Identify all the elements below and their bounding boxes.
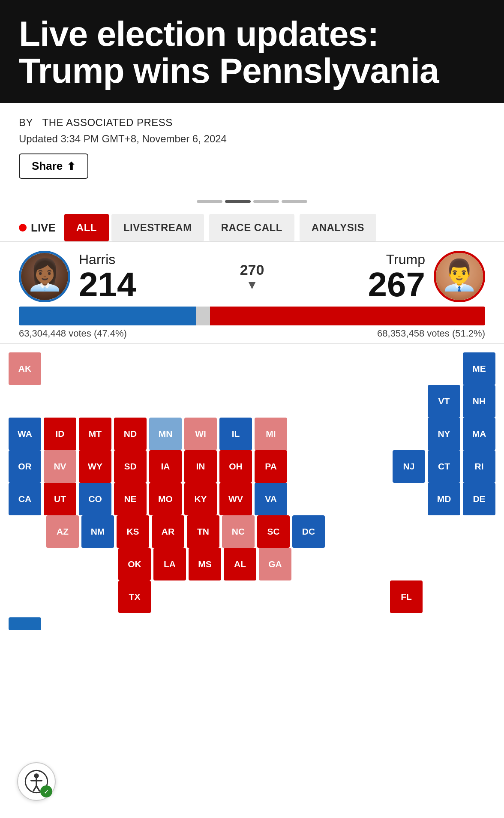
live-dot — [19, 224, 27, 232]
state-row-0: AK ME — [9, 352, 495, 385]
state-map-section: AK ME VT NH WA ID MT ND MN WI IL MI NY M… — [0, 344, 504, 639]
state-il[interactable]: IL — [219, 418, 252, 450]
scroll-indicator — [0, 196, 504, 205]
tab-livestream[interactable]: LIVESTREAM — [111, 214, 204, 241]
harris-photo — [19, 251, 70, 302]
trump-avatar — [436, 253, 483, 300]
svg-point-1 — [34, 773, 39, 778]
state-row-7: TX FL — [9, 580, 495, 613]
state-mo[interactable]: MO — [149, 483, 182, 515]
scroll-dot-2 — [225, 200, 251, 203]
state-wv[interactable]: WV — [219, 483, 252, 515]
state-ok[interactable]: OK — [118, 548, 151, 580]
state-ar[interactable]: AR — [152, 515, 184, 548]
state-al[interactable]: AL — [224, 548, 256, 580]
state-row-3: OR NV WY SD IA IN OH PA NJ CT RI — [9, 450, 495, 483]
state-row-1: VT NH — [9, 385, 495, 418]
byline: BY THE ASSOCIATED PRESS — [19, 117, 485, 129]
state-ky[interactable]: KY — [184, 483, 217, 515]
state-ne[interactable]: NE — [114, 483, 147, 515]
accessibility-check: ✓ — [40, 785, 52, 797]
state-nv[interactable]: NV — [44, 450, 76, 483]
share-button[interactable]: Share ⬆ — [19, 153, 88, 179]
state-me[interactable]: ME — [463, 352, 495, 385]
header-section: Live election updates: Trump wins Pennsl… — [0, 0, 504, 196]
state-tn[interactable]: TN — [187, 515, 219, 548]
state-nj[interactable]: NJ — [393, 450, 425, 483]
state-vt[interactable]: VT — [428, 385, 460, 418]
state-ct[interactable]: CT — [428, 450, 460, 483]
harris-candidate: Harris 214 — [19, 251, 136, 302]
scroll-dot-4 — [282, 200, 307, 203]
harris-stats: Harris 214 — [79, 252, 136, 302]
scroll-dot-1 — [197, 200, 222, 203]
harris-ev: 214 — [79, 268, 136, 302]
trump-stats: Trump 267 — [368, 252, 425, 302]
state-row-5: AZ NM KS AR TN NC SC DC — [9, 515, 495, 548]
page-title: Live election updates: Trump wins Pennsl… — [19, 15, 485, 89]
state-oh[interactable]: OH — [219, 450, 252, 483]
state-sd[interactable]: SD — [114, 450, 147, 483]
state-ga[interactable]: GA — [259, 548, 291, 580]
tab-analysis[interactable]: ANALYSIS — [300, 214, 376, 241]
state-la[interactable]: LA — [153, 548, 186, 580]
state-mi[interactable]: MI — [255, 418, 287, 450]
state-fl[interactable]: FL — [390, 580, 423, 613]
state-row-6: OK LA MS AL GA — [9, 548, 495, 580]
state-de[interactable]: DE — [463, 483, 495, 515]
state-nm[interactable]: NM — [81, 515, 114, 548]
scroll-dot-3 — [253, 200, 279, 203]
updated-time: Updated 3:34 PM GMT+8, November 6, 2024 — [19, 133, 485, 145]
trump-progress — [210, 307, 485, 325]
state-ia[interactable]: IA — [149, 450, 182, 483]
state-wy[interactable]: WY — [79, 450, 111, 483]
electoral-progress-bar — [19, 307, 485, 325]
state-wa[interactable]: WA — [9, 418, 41, 450]
tab-race-call[interactable]: RACE CALL — [209, 214, 294, 241]
live-label: LIVE — [31, 221, 56, 235]
state-pa[interactable]: PA — [255, 450, 287, 483]
state-ks[interactable]: KS — [117, 515, 149, 548]
svg-line-4 — [33, 786, 36, 791]
state-tx[interactable]: TX — [118, 580, 151, 613]
state-co[interactable]: CO — [79, 483, 111, 515]
trump-photo — [434, 251, 485, 302]
state-in[interactable]: IN — [184, 450, 217, 483]
trump-votes: 68,353,458 votes (51.2%) — [377, 328, 485, 339]
state-md[interactable]: MD — [428, 483, 460, 515]
state-row-2: WA ID MT ND MN WI IL MI NY MA — [9, 418, 495, 450]
state-mn[interactable]: MN — [149, 418, 182, 450]
state-row-4: CA UT CO NE MO KY WV VA MD DE — [9, 483, 495, 515]
filter-bar: LIVE ALL LIVESTREAM RACE CALL ANALYSIS — [0, 214, 504, 242]
share-label: Share — [32, 159, 63, 173]
state-ny[interactable]: NY — [428, 418, 460, 450]
tab-all[interactable]: ALL — [64, 214, 109, 241]
state-sc[interactable]: SC — [257, 515, 290, 548]
state-nd[interactable]: ND — [114, 418, 147, 450]
state-nc[interactable]: NC — [222, 515, 255, 548]
harris-avatar — [21, 253, 68, 300]
state-or[interactable]: OR — [9, 450, 41, 483]
trump-ev: 267 — [368, 268, 425, 302]
dem-indicator — [9, 617, 41, 630]
state-ca[interactable]: CA — [9, 483, 41, 515]
state-ms[interactable]: MS — [189, 548, 221, 580]
state-mt[interactable]: MT — [79, 418, 111, 450]
accessibility-button[interactable]: ✓ — [17, 762, 56, 801]
threshold-indicator: 270 ▼ — [240, 262, 264, 292]
state-dc[interactable]: DC — [292, 515, 325, 548]
state-va[interactable]: VA — [255, 483, 287, 515]
votes-row: 63,304,448 votes (47.4%) 68,353,458 vote… — [19, 328, 485, 339]
state-ma[interactable]: MA — [463, 418, 495, 450]
state-az[interactable]: AZ — [46, 515, 79, 548]
threshold-arrow: ▼ — [246, 278, 258, 292]
svg-line-5 — [36, 786, 39, 791]
state-ut[interactable]: UT — [44, 483, 76, 515]
state-wi[interactable]: WI — [184, 418, 217, 450]
state-nh[interactable]: NH — [463, 385, 495, 418]
trump-candidate: Trump 267 — [368, 251, 485, 302]
state-id[interactable]: ID — [44, 418, 76, 450]
state-ak[interactable]: AK — [9, 352, 41, 385]
state-ri[interactable]: RI — [463, 450, 495, 483]
harris-votes: 63,304,448 votes (47.4%) — [19, 328, 127, 339]
